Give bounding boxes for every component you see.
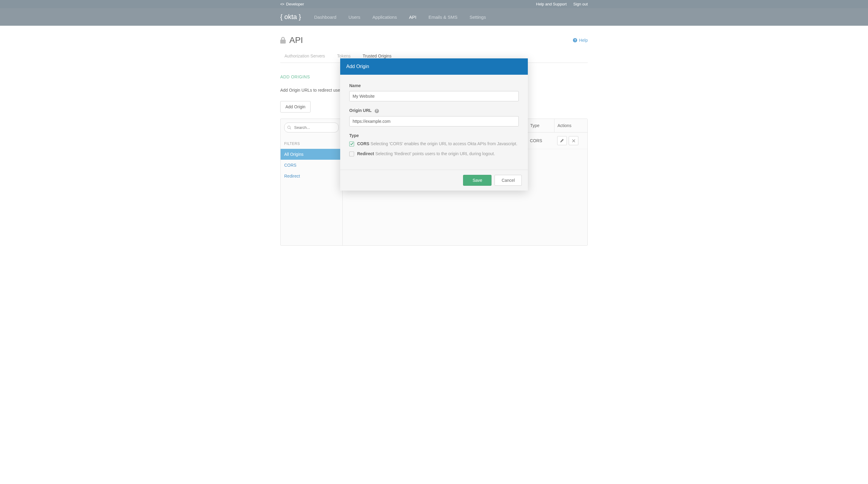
- nav-dashboard[interactable]: Dashboard: [314, 14, 336, 20]
- origin-url-input[interactable]: [349, 116, 519, 126]
- search-input[interactable]: [284, 123, 339, 132]
- filter-all-origins[interactable]: All Origins: [281, 149, 342, 160]
- add-origin-modal: Add Origin Name Origin URL ? Type CORS S…: [340, 58, 528, 191]
- filter-redirect[interactable]: Redirect: [281, 171, 342, 182]
- topbar: < > Developer Help and Support Sign out: [0, 0, 868, 8]
- redirect-label: Redirect: [357, 151, 374, 156]
- help-support-link[interactable]: Help and Support: [536, 2, 566, 6]
- okta-logo: { okta }: [280, 13, 302, 21]
- add-origin-button[interactable]: Add Origin: [280, 101, 311, 112]
- nav-settings[interactable]: Settings: [470, 14, 486, 20]
- edit-button[interactable]: [557, 136, 567, 145]
- navbar: { okta } Dashboard Users Applications AP…: [0, 8, 868, 26]
- save-button[interactable]: Save: [463, 175, 492, 186]
- name-label: Name: [349, 83, 519, 88]
- svg-text:{ okta }: { okta }: [280, 13, 301, 21]
- search-icon: [287, 126, 291, 130]
- delete-button[interactable]: [569, 136, 578, 145]
- filter-cors[interactable]: CORS: [281, 160, 342, 171]
- origin-url-label: Origin URL ?: [349, 108, 519, 113]
- name-input[interactable]: [349, 91, 519, 101]
- nav-api[interactable]: API: [409, 14, 416, 20]
- nav-users[interactable]: Users: [348, 14, 360, 20]
- sign-out-link[interactable]: Sign out: [573, 2, 588, 6]
- developer-badge: < > Developer: [280, 2, 304, 6]
- tab-auth-servers[interactable]: Authorization Servers: [284, 54, 325, 63]
- modal-title: Add Origin: [340, 58, 528, 75]
- close-icon: [572, 139, 575, 142]
- redirect-description: Selecting 'Redirect' points users to the…: [375, 151, 495, 156]
- type-label: Type: [349, 133, 519, 138]
- column-actions: Actions: [554, 119, 587, 132]
- lock-icon: [280, 37, 286, 43]
- svg-point-1: [287, 126, 290, 129]
- cors-checkbox[interactable]: [349, 141, 354, 147]
- filter-sidebar: FILTERS All Origins CORS Redirect: [281, 119, 343, 245]
- help-dot-icon[interactable]: ?: [375, 109, 379, 113]
- help-icon: ?: [573, 38, 577, 42]
- developer-label: Developer: [286, 2, 304, 6]
- filters-label: FILTERS: [281, 136, 342, 149]
- cors-label: CORS: [357, 141, 369, 146]
- page-title: API: [289, 35, 303, 45]
- nav-links: Dashboard Users Applications API Emails …: [314, 14, 486, 20]
- cancel-button[interactable]: Cancel: [495, 175, 522, 186]
- nav-emails-sms[interactable]: Emails & SMS: [429, 14, 458, 20]
- column-type: Type: [527, 119, 554, 132]
- cell-type: CORS: [527, 135, 554, 147]
- pencil-icon: [560, 139, 564, 142]
- help-link[interactable]: ? Help: [573, 38, 588, 43]
- code-icon: < >: [280, 2, 284, 6]
- redirect-checkbox[interactable]: [349, 152, 354, 156]
- cors-description: Selecting 'CORS' enables the origin URL …: [370, 141, 517, 146]
- check-icon: [350, 142, 353, 146]
- nav-applications[interactable]: Applications: [373, 14, 397, 20]
- svg-line-2: [290, 128, 291, 129]
